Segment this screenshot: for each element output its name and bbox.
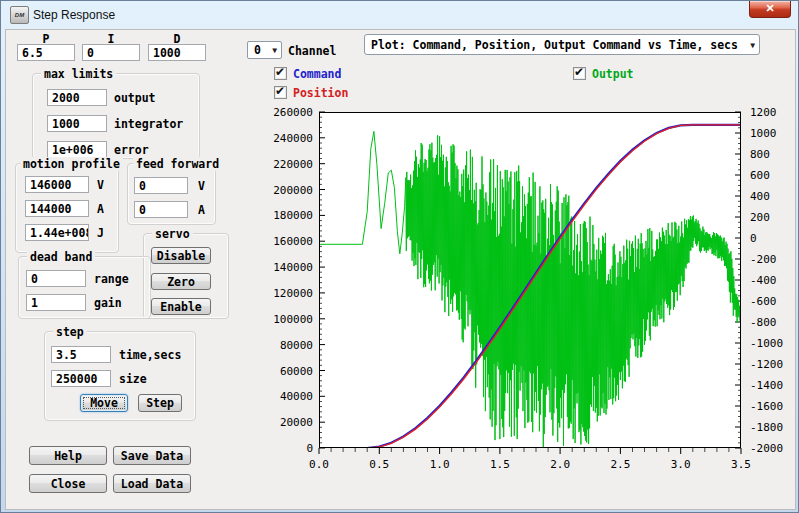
- output-checkbox[interactable]: ✔: [573, 67, 586, 80]
- svg-text:-1800: -1800: [750, 421, 783, 434]
- svg-text:3.0: 3.0: [671, 458, 691, 471]
- svg-text:-1600: -1600: [750, 400, 783, 413]
- servo-enable-button[interactable]: Enable: [151, 298, 211, 315]
- svg-text:2.5: 2.5: [610, 458, 630, 471]
- svg-text:3.5: 3.5: [731, 458, 751, 471]
- svg-text:160000: 160000: [273, 235, 313, 248]
- svg-text:0.0: 0.0: [309, 458, 329, 471]
- load-data-button[interactable]: Load Data: [113, 474, 191, 493]
- deadband-range-label: range: [94, 272, 129, 286]
- profile-accel-label: A: [97, 202, 104, 216]
- max-output-input[interactable]: [47, 89, 107, 106]
- max-integrator-label: integrator: [114, 117, 183, 131]
- max-integrator-input[interactable]: [47, 115, 107, 132]
- svg-text:220000: 220000: [273, 158, 313, 171]
- svg-text:0.5: 0.5: [369, 458, 389, 471]
- help-button[interactable]: Help: [29, 446, 107, 465]
- chevron-down-icon: ▼: [750, 40, 755, 49]
- svg-text:400: 400: [750, 190, 770, 203]
- svg-text:600: 600: [750, 169, 770, 182]
- svg-text:60000: 60000: [280, 365, 313, 378]
- output-checkbox-label: Output: [592, 67, 634, 81]
- svg-text:1000: 1000: [750, 127, 777, 140]
- i-input[interactable]: [82, 44, 140, 61]
- max-output-label: output: [114, 91, 156, 105]
- svg-text:1200: 1200: [750, 106, 777, 119]
- step-title: step: [53, 325, 87, 339]
- close-icon: ✕: [765, 2, 774, 14]
- svg-text:80000: 80000: [280, 339, 313, 352]
- svg-text:-800: -800: [750, 316, 777, 329]
- channel-combo[interactable]: 0 ▼: [247, 41, 282, 59]
- plot-type-value: Plot: Command, Position, Output Command …: [371, 38, 738, 52]
- deadband-gain-input[interactable]: [26, 294, 86, 311]
- ff-accel-input[interactable]: [134, 201, 188, 218]
- close-dialog-button[interactable]: Close: [29, 474, 107, 493]
- channel-label: Channel: [288, 44, 336, 58]
- step-time-input[interactable]: [51, 346, 111, 363]
- svg-text:180000: 180000: [273, 209, 313, 222]
- svg-text:1.0: 1.0: [430, 458, 450, 471]
- step-size-input[interactable]: [51, 370, 111, 387]
- position-checkbox[interactable]: ✔: [274, 86, 287, 99]
- step-time-label: time,secs: [119, 348, 181, 362]
- svg-text:-600: -600: [750, 295, 777, 308]
- move-button[interactable]: Move: [80, 394, 128, 412]
- profile-velocity-label: V: [97, 178, 104, 192]
- servo-zero-button[interactable]: Zero: [151, 273, 211, 290]
- command-checkbox-label: Command: [293, 67, 341, 81]
- servo-disable-button[interactable]: Disable: [151, 247, 211, 264]
- channel-value: 0: [254, 43, 261, 57]
- svg-text:200: 200: [750, 211, 770, 224]
- dead-band-title: dead band: [27, 250, 95, 264]
- ff-velocity-input[interactable]: [134, 177, 188, 194]
- svg-text:-200: -200: [750, 253, 777, 266]
- svg-text:120000: 120000: [273, 287, 313, 300]
- profile-accel-input[interactable]: [25, 200, 89, 217]
- title-bar[interactable]: DM Step Response ✕: [1, 1, 798, 29]
- check-icon: ✔: [275, 84, 285, 98]
- profile-jerk-input[interactable]: [25, 224, 89, 241]
- svg-text:-400: -400: [750, 274, 777, 287]
- svg-text:1.5: 1.5: [490, 458, 510, 471]
- feed-forward-title: feed forward: [133, 157, 222, 171]
- svg-text:140000: 140000: [273, 261, 313, 274]
- svg-text:2.0: 2.0: [550, 458, 570, 471]
- position-checkbox-label: Position: [293, 86, 348, 100]
- command-checkbox[interactable]: ✔: [274, 67, 287, 80]
- p-input[interactable]: [17, 44, 75, 61]
- max-error-label: error: [114, 143, 149, 157]
- svg-text:-1400: -1400: [750, 379, 783, 392]
- profile-jerk-label: J: [97, 226, 104, 240]
- svg-text:100000: 100000: [273, 313, 313, 326]
- svg-text:-2000: -2000: [750, 442, 783, 455]
- client-area: P I D 0 ▼ Channel Plot: Command, Positio…: [5, 29, 796, 510]
- profile-velocity-input[interactable]: [25, 176, 89, 193]
- step-size-label: size: [119, 372, 147, 386]
- app-icon: DM: [10, 6, 29, 24]
- d-input[interactable]: [148, 44, 206, 61]
- servo-title: servo: [152, 227, 193, 241]
- svg-text:20000: 20000: [280, 416, 313, 429]
- svg-text:0: 0: [750, 232, 757, 245]
- check-icon: ✔: [574, 65, 584, 79]
- svg-text:0: 0: [306, 442, 313, 455]
- svg-text:40000: 40000: [280, 390, 313, 403]
- svg-text:800: 800: [750, 148, 770, 161]
- save-data-button[interactable]: Save Data: [113, 446, 191, 465]
- max-limits-title: max limits: [41, 67, 116, 81]
- window-title: Step Response: [33, 8, 115, 22]
- svg-text:200000: 200000: [273, 184, 313, 197]
- max-error-input[interactable]: [47, 141, 107, 158]
- ff-accel-label: A: [198, 203, 205, 217]
- chevron-down-icon: ▼: [272, 46, 277, 55]
- chart-svg: 0200004000060000800001000001200001400001…: [253, 105, 795, 479]
- close-button[interactable]: ✕: [749, 1, 791, 18]
- plot-type-combo[interactable]: Plot: Command, Position, Output Command …: [364, 34, 760, 55]
- step-button[interactable]: Step: [138, 394, 182, 412]
- deadband-gain-label: gain: [94, 296, 122, 310]
- motion-profile-title: motion profile: [20, 157, 123, 171]
- deadband-range-input[interactable]: [26, 270, 86, 287]
- svg-text:240000: 240000: [273, 132, 313, 145]
- svg-text:260000: 260000: [273, 106, 313, 119]
